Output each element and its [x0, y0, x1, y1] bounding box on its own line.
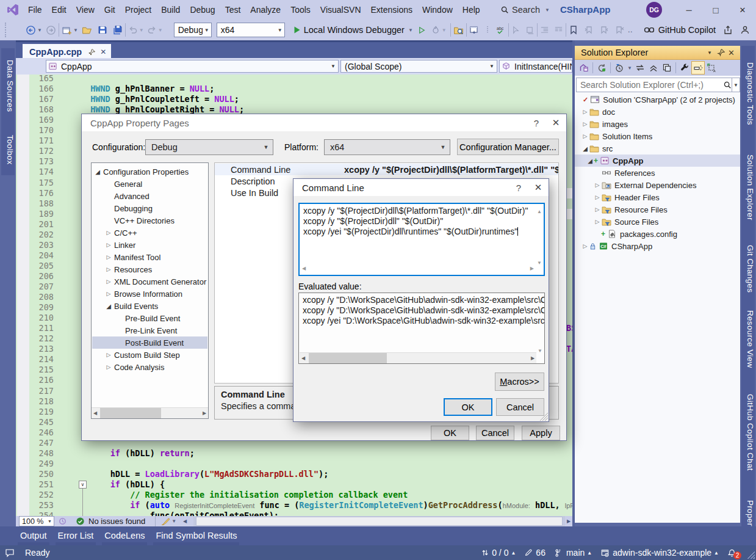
- minimize-button[interactable]: ─: [675, 1, 702, 19]
- navigate-back-icon[interactable]: [26, 25, 36, 35]
- cancel-button[interactable]: Cancel: [476, 426, 514, 440]
- se-sync-with-active-document-icon[interactable]: [633, 61, 647, 75]
- tab-close-icon[interactable]: ✕: [100, 48, 106, 56]
- navigate-to-icon[interactable]: [469, 25, 479, 35]
- se-pending-changes-filter-icon[interactable]: [613, 61, 626, 75]
- cancel-button[interactable]: Cancel: [496, 398, 544, 416]
- property-row-command-line[interactable]: Command Linexcopy /y "$(ProjectDir)dll\$…: [215, 164, 558, 175]
- scroll-left-icon[interactable]: ◀: [300, 353, 307, 363]
- scroll-down-icon[interactable]: ▼: [537, 258, 542, 268]
- solution-item-cppapp[interactable]: ◢+CppApp: [575, 155, 752, 167]
- send-feedback-icon[interactable]: [740, 25, 750, 35]
- sidebar-tab-resource-view[interactable]: Resource View: [741, 300, 755, 379]
- se-collapse-all-icon[interactable]: [647, 61, 660, 75]
- dialog-title-bar[interactable]: CppApp Property Pages ? ✕: [82, 114, 566, 131]
- tree-item-c-c-[interactable]: ▷C/C++: [105, 227, 137, 239]
- new-project-icon[interactable]: [62, 25, 72, 35]
- chevron-down-icon[interactable]: ▼: [157, 27, 164, 33]
- avatar[interactable]: DG: [646, 2, 662, 18]
- scroll-up-icon[interactable]: ▲: [538, 296, 542, 306]
- solution-explorer-header[interactable]: Solution Explorer ▼ ✕: [575, 46, 740, 60]
- copilot-label[interactable]: GitHub Copilot: [658, 25, 716, 35]
- chevron-down-icon[interactable]: ▼: [441, 27, 448, 33]
- scroll-up-icon[interactable]: ▲: [537, 206, 542, 217]
- panel-tab-output[interactable]: Output: [20, 531, 47, 540]
- solution-explorer-search-input[interactable]: Search Solution Explorer (Ctrl+;): [576, 78, 732, 92]
- tree-item-custom-build-step[interactable]: ▷Custom Build Step: [105, 349, 180, 361]
- debug-target-label[interactable]: Local Windows Debugger: [304, 25, 405, 35]
- close-icon[interactable]: ✕: [728, 48, 740, 57]
- solution-item-images[interactable]: ▷images: [575, 118, 747, 130]
- ok-button[interactable]: OK: [444, 398, 492, 416]
- property-categories-tree[interactable]: ◢Configuration PropertiesGeneralAdvanced…: [91, 162, 209, 419]
- menu-edit[interactable]: Edit: [47, 0, 71, 20]
- find-in-files-icon[interactable]: [453, 25, 464, 35]
- menu-tools[interactable]: Tools: [286, 0, 315, 20]
- scroll-right-icon[interactable]: ▶: [565, 518, 572, 524]
- current-branch-status[interactable]: main▲: [554, 548, 592, 558]
- start-without-debugging-icon[interactable]: [417, 26, 427, 35]
- sync-commits-status[interactable]: 0 / 0▲: [481, 548, 516, 558]
- tree-item-xml-document-generator[interactable]: ▷XML Document Generator: [105, 275, 206, 288]
- scroll-left-icon[interactable]: ◀: [92, 410, 99, 416]
- tree-item-manifest-tool[interactable]: ▷Manifest Tool: [105, 251, 160, 263]
- navigate-forward-icon[interactable]: [46, 25, 56, 35]
- menu-analyze[interactable]: Analyze: [245, 0, 286, 20]
- next-bookmark-icon[interactable]: [599, 25, 609, 35]
- macros-button[interactable]: Macros>>: [495, 373, 544, 391]
- tree-item-advanced[interactable]: Advanced: [105, 190, 149, 202]
- save-all-icon[interactable]: [113, 25, 123, 35]
- menu-build[interactable]: Build: [156, 0, 185, 20]
- dialog-title-bar[interactable]: Command Line ? ✕: [293, 179, 549, 196]
- solution-item-doc[interactable]: ▷doc: [575, 106, 747, 118]
- resize-grip[interactable]: [539, 412, 548, 421]
- menu-project[interactable]: Project: [120, 0, 157, 20]
- solution-item-external-dependencies[interactable]: ▷External Dependencies: [575, 179, 756, 191]
- window-position-icon[interactable]: ▼: [707, 50, 717, 56]
- breadcrumb-scope-select[interactable]: (Global Scope)▼: [340, 60, 497, 73]
- solution-item-src[interactable]: ◢src: [575, 142, 747, 155]
- sidebar-tab-solution-explorer[interactable]: Solution Explorer: [741, 137, 755, 238]
- evaluated-value-box[interactable]: xcopy /y "D:\WorkSpace\GitHub\adwin-sdk-…: [298, 293, 545, 364]
- tree-item-pre-link-event[interactable]: Pre-Link Event: [116, 324, 177, 336]
- menu-git[interactable]: Git: [99, 0, 120, 20]
- save-icon[interactable]: [98, 25, 107, 35]
- scroll-left-icon[interactable]: ◀: [181, 518, 189, 524]
- close-button[interactable]: ✕: [729, 1, 756, 19]
- search-options-dropdown[interactable]: ▼: [732, 78, 740, 92]
- menu-extensions[interactable]: Extensions: [366, 0, 417, 20]
- hot-reload-icon[interactable]: [431, 25, 441, 35]
- close-button[interactable]: ✕: [528, 182, 549, 193]
- chevron-down-icon[interactable]: ▼: [407, 27, 414, 33]
- tree-item-vc-directories[interactable]: VC++ Directories: [105, 214, 175, 227]
- select-pointer-icon[interactable]: [511, 26, 520, 35]
- se-properties-wrench-icon[interactable]: [678, 61, 691, 75]
- feedback-bubble-icon[interactable]: [5, 548, 15, 558]
- editor-zoom-select[interactable]: 100 % ▼: [19, 516, 54, 526]
- menu-debug[interactable]: Debug: [185, 0, 220, 20]
- toggle-bookmark-icon[interactable]: [569, 25, 578, 35]
- spell-check-icon[interactable]: abc: [496, 25, 506, 35]
- scroll-left-icon[interactable]: ◀: [302, 263, 306, 274]
- outdent-lines-icon[interactable]: [554, 26, 563, 35]
- configuration-manager-button[interactable]: Configuration Manager...: [457, 139, 559, 155]
- pin-icon[interactable]: [88, 48, 96, 56]
- scrollbar-thumb[interactable]: [309, 353, 387, 363]
- configuration-select[interactable]: Debug ▼: [145, 139, 273, 155]
- indent-lines-icon[interactable]: [540, 26, 549, 35]
- solution-item-solution-csharpapp-2-of-2-projects-[interactable]: ✓Solution 'CSharpApp' (2 of 2 projects): [575, 93, 741, 106]
- sidebar-tab-toolbox[interactable]: Toolbox: [1, 124, 15, 175]
- menu-window[interactable]: Window: [417, 0, 458, 20]
- scroll-right-icon[interactable]: ▶: [530, 263, 534, 274]
- github-copilot-icon[interactable]: [644, 24, 655, 35]
- tree-item-build-events[interactable]: ◢Build Events: [105, 300, 158, 312]
- tree-item-debugging[interactable]: Debugging: [105, 202, 153, 214]
- fold-collapse-icon[interactable]: ∨: [79, 481, 87, 489]
- chevron-down-icon[interactable]: ▼: [626, 65, 633, 71]
- solution-item-header-files[interactable]: ▷Header Files: [575, 191, 756, 203]
- chevron-down-icon[interactable]: ▼: [170, 518, 178, 524]
- sidebar-tab-github-copilot-chat[interactable]: GitHub Copilot Chat: [741, 374, 755, 490]
- solution-configuration-select[interactable]: Debug▼: [174, 23, 212, 37]
- tree-item-resources[interactable]: ▷Resources: [105, 263, 152, 275]
- health-status[interactable]: No issues found: [88, 517, 145, 526]
